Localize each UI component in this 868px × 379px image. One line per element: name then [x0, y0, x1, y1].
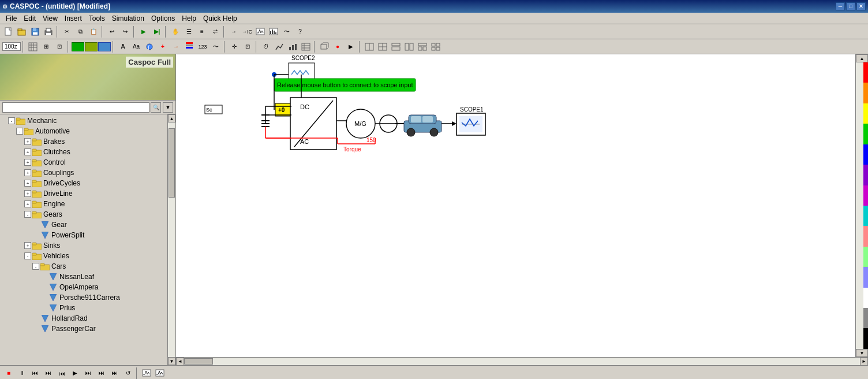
hscroll-left-button[interactable]: ◄ — [176, 358, 184, 366]
tree-item-driveline[interactable]: + DriveLine — [0, 188, 167, 199]
redo-button[interactable]: ↪ — [119, 25, 132, 38]
search-input[interactable] — [2, 102, 149, 113]
run-fast-button[interactable]: ▶| — [151, 25, 163, 38]
expand-sinks[interactable]: + — [24, 242, 31, 249]
menu-tools[interactable]: Tools — [85, 13, 108, 24]
pause-button[interactable]: ⏸ — [16, 367, 28, 380]
cross-button[interactable]: ✛ — [228, 40, 241, 53]
undo-button[interactable]: ↩ — [106, 25, 118, 38]
menu-insert[interactable]: Insert — [61, 13, 85, 24]
right-scrollbar[interactable]: ▲ — [855, 54, 868, 357]
expand-gears[interactable]: - — [24, 211, 31, 218]
question-button[interactable]: ? — [294, 25, 306, 38]
list2-button[interactable]: ≡ — [196, 25, 208, 38]
menu-view[interactable]: View — [39, 13, 61, 24]
menu-file[interactable]: File — [2, 13, 20, 24]
tree-item-sinks[interactable]: + Sinks — [0, 240, 167, 251]
hscroll-right-button[interactable]: ► — [860, 358, 868, 366]
table-button[interactable] — [300, 40, 312, 53]
color1-button[interactable] — [72, 42, 84, 51]
view1-button[interactable] — [363, 40, 376, 53]
scroll-down-button[interactable]: ▼ — [168, 357, 175, 365]
tree-item-cars[interactable]: - Cars — [0, 261, 167, 272]
tree-item-automotive[interactable]: - Automotive — [0, 126, 167, 136]
list3-button[interactable]: ⇌ — [209, 25, 222, 38]
rewind-button[interactable]: ⏮ — [29, 367, 42, 380]
dots-button[interactable]: ⊡ — [241, 40, 254, 53]
tree-item-drivecycles[interactable]: + DriveCycles — [0, 178, 167, 188]
hscroll-track[interactable] — [184, 358, 860, 365]
rec-stop-button[interactable]: ■ — [2, 367, 15, 380]
step-back-button[interactable]: ⏭ — [42, 367, 55, 380]
menu-help[interactable]: Help — [178, 13, 200, 24]
grid-button[interactable] — [27, 40, 39, 53]
cut-button[interactable]: ✂ — [61, 25, 73, 38]
playback-button[interactable]: ▶ — [345, 40, 357, 53]
bar-button[interactable] — [286, 40, 299, 53]
tree-item-opelampera[interactable]: OpelAmpera — [0, 282, 167, 292]
expand-driveline[interactable]: + — [24, 190, 31, 197]
close-button[interactable]: ✕ — [856, 2, 866, 10]
minimize-button[interactable]: ─ — [836, 2, 845, 10]
tree-item-vehicles[interactable]: - Vehicles — [0, 251, 167, 261]
expand-mechanic[interactable]: - — [8, 117, 15, 124]
right-scroll-track[interactable] — [856, 62, 868, 349]
play2-button[interactable]: ▶ — [69, 367, 81, 380]
list-button[interactable]: ☰ — [182, 25, 195, 38]
scroll-up-button[interactable]: ▲ — [168, 114, 175, 122]
loop-button[interactable]: ↺ — [122, 367, 134, 380]
scope-button[interactable] — [254, 25, 267, 38]
chart-button[interactable] — [273, 40, 286, 53]
arrow-right2-button[interactable]: → — [170, 40, 182, 53]
scope-view-button[interactable] — [140, 367, 153, 380]
tree-item-gears[interactable]: - Gears — [0, 209, 167, 220]
menu-edit[interactable]: Edit — [20, 13, 39, 24]
expand-vehicles[interactable]: - — [24, 252, 31, 259]
menu-quickhelp[interactable]: Quick Help — [200, 13, 241, 24]
expand-brakes[interactable]: + — [24, 138, 31, 145]
scroll-thumb[interactable] — [169, 128, 175, 198]
expand-couplings[interactable]: + — [24, 169, 31, 176]
copy-button[interactable]: ⧉ — [74, 25, 87, 38]
color2-button[interactable] — [85, 42, 98, 51]
text2-button[interactable]: Aa — [130, 40, 143, 53]
expand-automotive[interactable]: - — [16, 128, 23, 135]
tree-item-clutches[interactable]: + Clutches — [0, 147, 167, 157]
hscroll-thumb[interactable] — [184, 358, 213, 365]
hand-tool[interactable]: ✋ — [169, 25, 182, 38]
wave2-button[interactable]: 〜 — [209, 40, 222, 53]
new-button[interactable] — [2, 25, 15, 38]
search-button[interactable]: 🔍 — [151, 102, 161, 113]
print-button[interactable] — [42, 25, 55, 38]
diagram-canvas[interactable]: SCOPE2 Release mouse button to connect t… — [176, 54, 855, 357]
view4-button[interactable] — [403, 40, 416, 53]
tree-item-brakes[interactable]: + Brakes — [0, 136, 167, 147]
frame-fwd-button[interactable]: ⏭ — [82, 367, 95, 380]
expand-clutches[interactable]: + — [24, 148, 31, 155]
scope3d-button[interactable] — [318, 40, 331, 53]
tree-scrollbar[interactable]: ▲ ▼ — [167, 114, 175, 365]
text-button[interactable]: A — [117, 40, 129, 53]
view2-button[interactable] — [376, 40, 389, 53]
ic-button[interactable]: →IC — [241, 25, 253, 38]
end-button[interactable]: ⏭ — [108, 367, 121, 380]
menu-simulation[interactable]: Simulation — [108, 13, 148, 24]
filter-button[interactable]: ▼ — [163, 102, 173, 113]
tree-item-passengercar[interactable]: PassengerCar — [0, 324, 167, 334]
snap-button[interactable]: ⊞ — [40, 40, 53, 53]
num123-button[interactable]: 123 — [196, 40, 209, 53]
frame-back-button[interactable]: ⏭ — [55, 367, 68, 380]
expand-engine[interactable]: + — [24, 200, 31, 207]
save-button[interactable] — [29, 25, 42, 38]
tree-item-powersplit[interactable]: PowerSplit — [0, 230, 167, 240]
tree-item-engine[interactable]: + Engine — [0, 199, 167, 209]
tree-item-control[interactable]: + Control — [0, 157, 167, 168]
menu-options[interactable]: Options — [148, 13, 178, 24]
zoom-fit-button[interactable]: ⊡ — [53, 40, 66, 53]
tree-item-nissanleaf[interactable]: NissanLeaf — [0, 272, 167, 282]
view5-button[interactable] — [416, 40, 429, 53]
fast-fwd-button[interactable]: ⏭ — [95, 367, 108, 380]
record-button[interactable]: ● — [331, 40, 344, 53]
fft-button[interactable] — [267, 25, 280, 38]
tree-item-prius[interactable]: Prius — [0, 303, 167, 313]
